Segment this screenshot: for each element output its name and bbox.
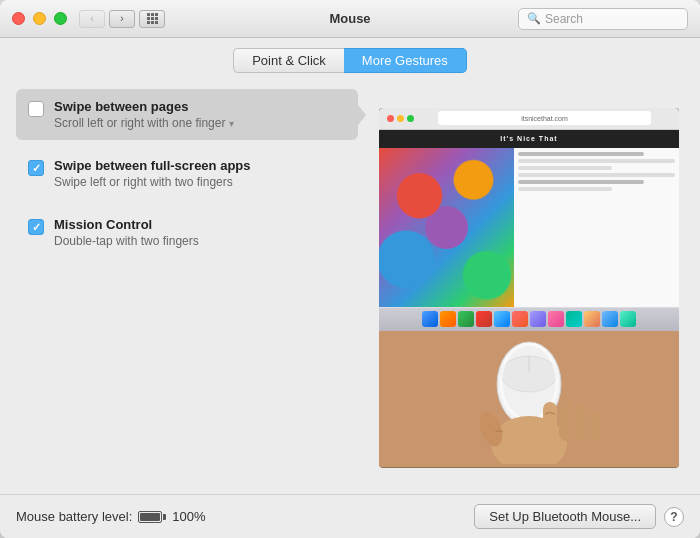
site-header: It's Nice That — [379, 130, 679, 148]
hand-mouse-illustration — [439, 334, 619, 464]
battery-percent: 100% — [172, 509, 205, 524]
content-line-3 — [518, 166, 612, 170]
search-icon: 🔍 — [527, 12, 541, 25]
window: ‹ › Mouse 🔍 Point & Click More Gestures — [0, 0, 700, 538]
titlebar: ‹ › Mouse 🔍 — [0, 0, 700, 38]
search-input[interactable] — [545, 12, 679, 26]
dropdown-arrow-icon[interactable]: ▾ — [229, 118, 234, 129]
battery-fill — [140, 513, 160, 521]
option-title-mission-control: Mission Control — [54, 217, 199, 232]
battery-tip — [163, 514, 166, 520]
close-button[interactable] — [12, 12, 25, 25]
setup-bluetooth-button[interactable]: Set Up Bluetooth Mouse... — [474, 504, 656, 529]
minimize-button[interactable] — [33, 12, 46, 25]
browser-bar: itsnicethat.com — [379, 108, 679, 130]
browser-max-dot — [407, 115, 414, 122]
option-swipe-fullscreen[interactable]: Swipe between full-screen apps Swipe lef… — [16, 148, 358, 199]
option-text-mission-control: Mission Control Double-tap with two fing… — [54, 217, 199, 248]
checkbox-swipe-pages[interactable] — [28, 101, 44, 117]
colorful-art-panel — [379, 148, 514, 307]
dock-icon-1 — [422, 311, 438, 327]
option-text-swipe-pages: Swipe between pages Scroll left or right… — [54, 99, 234, 130]
forward-button[interactable]: › — [109, 10, 135, 28]
left-panel: Swipe between pages Scroll left or right… — [16, 81, 358, 494]
nav-buttons: ‹ › — [79, 10, 135, 28]
dock-icon-9 — [566, 311, 582, 327]
svg-rect-7 — [559, 399, 573, 441]
dock-icon-7 — [530, 311, 546, 327]
option-desc-mission-control: Double-tap with two fingers — [54, 234, 199, 248]
dock-icon-2 — [440, 311, 456, 327]
footer-right: Set Up Bluetooth Mouse... ? — [474, 504, 684, 529]
site-text-area — [514, 148, 679, 307]
right-panel: itsnicethat.com It's Nice That — [374, 81, 684, 494]
battery-icon — [138, 511, 166, 523]
browser-content: It's Nice That — [379, 130, 679, 331]
tab-bar: Point & Click More Gestures — [0, 38, 700, 81]
content-line-5 — [518, 180, 644, 184]
option-desc-swipe-fullscreen: Swipe left or right with two fingers — [54, 175, 251, 189]
grid-view-button[interactable] — [139, 10, 165, 28]
content-line-1 — [518, 152, 644, 156]
svg-rect-8 — [575, 404, 588, 442]
battery-body — [138, 511, 162, 523]
dock-icon-5 — [494, 311, 510, 327]
site-body — [379, 148, 679, 307]
traffic-lights — [12, 12, 67, 25]
hand-mouse-area — [379, 331, 679, 468]
dock-bar — [379, 307, 679, 331]
dock-icon-8 — [548, 311, 564, 327]
tab-point-click[interactable]: Point & Click — [233, 48, 344, 73]
battery-area: Mouse battery level: 100% — [16, 509, 206, 524]
screenshot-area: itsnicethat.com It's Nice That — [379, 108, 679, 331]
checkbox-swipe-fullscreen[interactable] — [28, 160, 44, 176]
grid-icon — [147, 13, 158, 24]
option-desc-swipe-pages: Scroll left or right with one finger ▾ — [54, 116, 234, 130]
browser-dots — [387, 115, 414, 122]
dock-icon-4 — [476, 311, 492, 327]
footer: Mouse battery level: 100% Set Up Bluetoo… — [0, 494, 700, 538]
main-content: Swipe between pages Scroll left or right… — [0, 81, 700, 494]
option-text-swipe-fullscreen: Swipe between full-screen apps Swipe lef… — [54, 158, 251, 189]
svg-rect-6 — [543, 402, 557, 442]
back-button[interactable]: ‹ — [79, 10, 105, 28]
browser-url-bar: itsnicethat.com — [438, 111, 651, 125]
maximize-button[interactable] — [54, 12, 67, 25]
checkbox-mission-control[interactable] — [28, 219, 44, 235]
dock-icon-11 — [602, 311, 618, 327]
preview-image: itsnicethat.com It's Nice That — [379, 108, 679, 468]
url-text: itsnicethat.com — [521, 115, 568, 122]
content-line-6 — [518, 187, 612, 191]
dock-icon-10 — [584, 311, 600, 327]
option-title-swipe-pages: Swipe between pages — [54, 99, 234, 114]
battery-label: Mouse battery level: — [16, 509, 132, 524]
option-swipe-pages[interactable]: Swipe between pages Scroll left or right… — [16, 89, 358, 140]
option-mission-control[interactable]: Mission Control Double-tap with two fing… — [16, 207, 358, 258]
option-title-swipe-fullscreen: Swipe between full-screen apps — [54, 158, 251, 173]
tab-more-gestures[interactable]: More Gestures — [344, 48, 467, 73]
window-title: Mouse — [329, 11, 370, 26]
content-line-4 — [518, 173, 675, 177]
help-button[interactable]: ? — [664, 507, 684, 527]
site-title: It's Nice That — [500, 135, 557, 142]
art-decoration — [379, 148, 514, 307]
browser-close-dot — [387, 115, 394, 122]
svg-rect-9 — [589, 412, 600, 442]
browser-min-dot — [397, 115, 404, 122]
content-line-2 — [518, 159, 675, 163]
dock-icon-6 — [512, 311, 528, 327]
dock-icon-12 — [620, 311, 636, 327]
dock-icon-3 — [458, 311, 474, 327]
search-box[interactable]: 🔍 — [518, 8, 688, 30]
